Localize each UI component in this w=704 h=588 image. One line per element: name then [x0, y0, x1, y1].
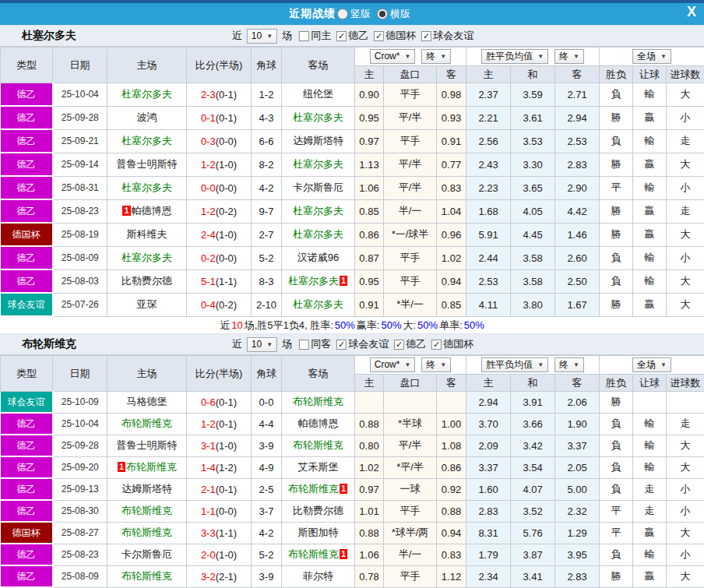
table-row: 德乙25-10-04布轮斯维克1-2(0-1)4-4帕德博恩0.88*半球1.0…	[1, 413, 704, 435]
avg-odds-select[interactable]: 胜平负均值▼	[481, 357, 548, 372]
halftime-score: (0-1)	[216, 484, 237, 495]
home-team: 比勒费尔德	[107, 269, 187, 293]
vertical-layout-radio[interactable]	[337, 9, 348, 19]
fulltime-score: 0-1	[201, 112, 216, 124]
column-header: 客场	[282, 48, 355, 83]
halftime-score: (0-0)	[216, 505, 237, 517]
league-type-cell: 德乙	[1, 83, 53, 107]
recent-count-select[interactable]: 10▼	[247, 337, 277, 352]
handicap-home-odds: 0.86	[355, 223, 384, 246]
scope-select-value: 全场	[637, 358, 656, 371]
column-header: 日期	[53, 356, 107, 392]
handicap-away-odds: 0.98	[437, 83, 466, 107]
match-date: 25-09-14	[53, 153, 107, 176]
handicap-away-odds: 0.83	[437, 176, 466, 199]
score-cell: 1-4(1-2)	[187, 456, 252, 478]
avg-final-select[interactable]: 终▼	[554, 49, 584, 64]
avg-draw-odds: 4.45	[511, 223, 555, 246]
handicap-away-odds: 0.77	[437, 153, 466, 176]
odds-company-select[interactable]: Crow*▼	[370, 49, 416, 64]
horizontal-layout-radio[interactable]	[377, 9, 388, 19]
summary-segment: 赢率:	[357, 319, 380, 333]
odds-company-select[interactable]: Crow*▼	[370, 357, 416, 372]
handicap-result: 贏	[633, 199, 667, 223]
odds-final-select[interactable]: 终▼	[421, 49, 451, 64]
avg-draw-odds: 3.41	[511, 565, 555, 587]
corner-score: 6-6	[252, 129, 282, 153]
away-team: 杜塞尔多夫1	[282, 269, 355, 293]
home-team: 卡尔斯鲁厄	[107, 544, 187, 565]
team-section: 杜塞尔多夫近10▼场同主德乙德国杯球会友谊类型日期主场比分(半场)角球客场Cro…	[0, 25, 704, 333]
match-date: 25-08-09	[53, 565, 107, 587]
sub-column-header: 胜负	[600, 375, 633, 392]
goals-over-under-result: 小	[667, 500, 704, 522]
away-team-name: 杜塞尔多夫	[293, 158, 343, 170]
handicap-home-odds: 1.02	[355, 456, 384, 478]
close-icon[interactable]: X	[687, 4, 696, 20]
league-checkbox-1[interactable]: 德国杯	[374, 29, 416, 43]
handicap-result: 輸	[633, 544, 667, 565]
avg-away-odds: 2.83	[555, 153, 600, 176]
handicap-away-odds: 0.94	[437, 522, 466, 544]
same-venue-checkbox[interactable]: 同主	[299, 29, 331, 43]
league-checkbox-0[interactable]: 德乙	[336, 29, 368, 43]
avg-away-odds: 1.29	[555, 522, 600, 544]
fulltime-score: 5-1	[201, 276, 216, 287]
handicap-home-odds: 0.78	[355, 565, 384, 587]
goals-over-under-result: 大	[667, 435, 704, 456]
score-cell: 2-4(1-0)	[187, 223, 252, 246]
filter-matches-label: 场	[282, 29, 292, 43]
league-checkbox-1[interactable]: 德乙	[394, 337, 426, 351]
scope-select[interactable]: 全场▼	[632, 49, 671, 64]
avg-odds-select-value: 胜平负均值	[486, 50, 533, 63]
table-row: 德乙25-08-30布轮斯维克1-1(0-0)3-7比勒费尔德1.01平手0.8…	[1, 500, 704, 522]
column-header: 类型	[1, 356, 53, 392]
avg-final-select[interactable]: 终▼	[554, 357, 584, 372]
avg-odds-select[interactable]: 胜平负均值▼	[481, 49, 548, 64]
avg-home-odds: 2.53	[466, 269, 511, 293]
corner-score: 4-3	[252, 106, 282, 129]
home-team: 斯科维夫	[107, 223, 187, 246]
table-row: 德乙25-08-231帕德博恩1-2(0-2)9-7杜塞尔多夫0.85半/一1.…	[1, 199, 704, 223]
fulltime-score: 1-4	[201, 462, 216, 474]
avg-draw-odds: 3.91	[511, 392, 555, 414]
league-checkbox-0[interactable]: 球会友谊	[336, 337, 389, 351]
same-venue-checkbox-label: 同主	[311, 29, 331, 43]
league-type-badge: 德乙	[1, 247, 52, 269]
away-team: 布轮斯维克1	[282, 478, 355, 500]
league-checkbox-1-label: 德乙	[406, 337, 426, 351]
avg-home-odds: 5.91	[466, 223, 511, 246]
win-draw-loss-result: 勝	[600, 199, 633, 223]
sub-column-header: 让球	[633, 66, 667, 83]
chevron-down-icon: ▼	[660, 361, 667, 368]
handicap-line: *一/球半	[384, 223, 437, 246]
home-team: 布轮斯维克	[107, 565, 187, 587]
league-type-cell: 德国杯	[1, 522, 53, 544]
away-team-name: 纽伦堡	[303, 88, 333, 100]
recent-count-select[interactable]: 10▼	[247, 29, 277, 44]
handicap-line: 一球	[384, 478, 437, 500]
handicap-away-odds: 0.86	[437, 456, 466, 478]
match-date: 25-09-21	[53, 129, 107, 153]
away-team-name: 斯图加特	[298, 526, 339, 538]
odds-final-select-value: 终	[426, 50, 435, 63]
recent-count-select-value: 10	[252, 339, 262, 350]
handicap-result: 贏	[633, 106, 667, 129]
handicap-line: 平手	[384, 129, 437, 153]
corner-score: 4-2	[252, 176, 282, 199]
handicap-home-odds: 1.13	[355, 153, 384, 176]
home-team: 1布轮斯维克	[107, 456, 187, 478]
match-date: 25-08-30	[53, 500, 107, 522]
home-team-name: 普鲁士明斯特	[117, 158, 178, 170]
same-venue-checkbox[interactable]: 同客	[299, 337, 331, 351]
fulltime-score: 0-2	[201, 252, 216, 264]
odds-final-select[interactable]: 终▼	[421, 357, 451, 372]
away-team-name: 汉诺威96	[297, 252, 339, 263]
away-team-name: 达姆斯塔特	[293, 135, 343, 146]
red-card-badge: 1	[340, 549, 347, 559]
league-checkbox-2[interactable]: 德国杯	[431, 337, 473, 351]
goals-over-under-result: 小	[667, 106, 704, 129]
league-checkbox-2[interactable]: 球会友谊	[421, 29, 473, 43]
scope-select[interactable]: 全场▼	[632, 357, 671, 372]
fulltime-score: 1-1	[201, 505, 216, 517]
